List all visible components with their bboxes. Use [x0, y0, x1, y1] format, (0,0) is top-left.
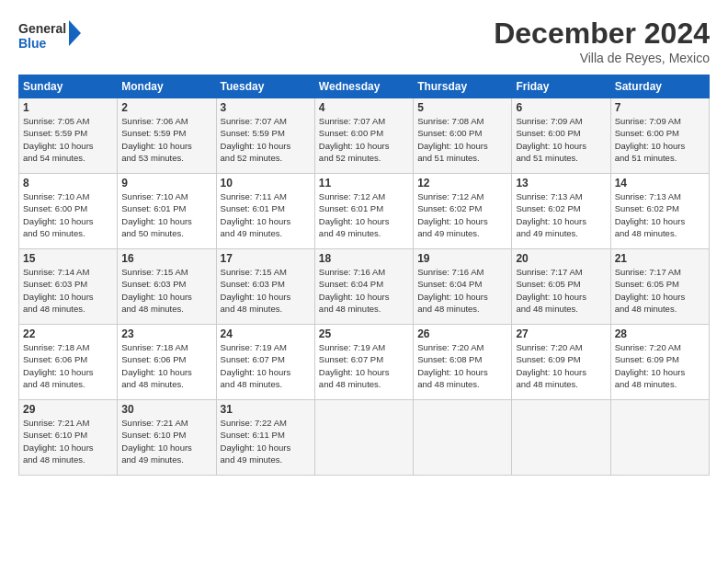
day-info-line: Daylight: 10 hours [319, 215, 409, 227]
general-blue-logo-icon: GeneralBlue [18, 17, 83, 52]
day-number: 8 [23, 177, 113, 190]
day-info-line: Sunset: 6:00 PM [23, 202, 113, 214]
calendar-week-row: 29Sunrise: 7:21 AMSunset: 6:10 PMDayligh… [19, 400, 710, 476]
day-info-line: Sunrise: 7:22 AM [221, 417, 311, 429]
day-info-line: Daylight: 10 hours [221, 366, 311, 378]
table-row: 30Sunrise: 7:21 AMSunset: 6:10 PMDayligh… [118, 400, 216, 476]
day-info: Sunrise: 7:09 AMSunset: 6:00 PMDaylight:… [516, 115, 606, 164]
day-number: 4 [319, 101, 409, 114]
day-info-line: Sunrise: 7:12 AM [319, 190, 409, 202]
day-info: Sunrise: 7:13 AMSunset: 6:02 PMDaylight:… [615, 190, 705, 239]
day-info-line: Sunset: 6:01 PM [319, 202, 409, 214]
day-info-line: Sunrise: 7:20 AM [417, 341, 507, 353]
day-info-line: and 48 minutes. [23, 303, 113, 315]
day-info-line: Sunrise: 7:11 AM [221, 190, 311, 202]
day-info-line: and 51 minutes. [615, 152, 705, 164]
day-info-line: Sunset: 5:59 PM [221, 127, 311, 139]
day-number: 23 [121, 327, 211, 340]
day-info-line: Sunset: 6:02 PM [516, 202, 606, 214]
header-sunday: Sunday [19, 75, 118, 98]
day-info: Sunrise: 7:15 AMSunset: 6:03 PMDaylight:… [121, 266, 211, 315]
day-info-line: Daylight: 10 hours [615, 140, 705, 152]
day-info-line: and 50 minutes. [121, 227, 211, 239]
table-row [610, 400, 709, 476]
day-info-line: and 49 minutes. [516, 227, 606, 239]
day-number: 13 [516, 177, 606, 190]
table-row: 24Sunrise: 7:19 AMSunset: 6:07 PMDayligh… [216, 325, 314, 400]
day-info: Sunrise: 7:20 AMSunset: 6:09 PMDaylight:… [516, 341, 606, 390]
day-info-line: and 51 minutes. [516, 152, 606, 164]
day-info-line: and 49 minutes. [121, 454, 211, 465]
day-info-line: Daylight: 10 hours [516, 291, 606, 303]
table-row: 1Sunrise: 7:05 AMSunset: 5:59 PMDaylight… [19, 98, 118, 174]
day-info: Sunrise: 7:18 AMSunset: 6:06 PMDaylight:… [121, 341, 211, 390]
day-info-line: and 49 minutes. [319, 227, 409, 239]
day-info-line: Sunrise: 7:20 AM [615, 341, 705, 353]
day-info-line: and 52 minutes. [319, 152, 409, 164]
table-row: 19Sunrise: 7:16 AMSunset: 6:04 PMDayligh… [414, 249, 512, 325]
day-info-line: Daylight: 10 hours [23, 291, 113, 303]
day-info-line: Sunset: 6:00 PM [516, 127, 606, 139]
day-info-line: Sunrise: 7:16 AM [417, 266, 507, 278]
day-number: 30 [121, 403, 211, 416]
day-info-line: Daylight: 10 hours [221, 215, 311, 227]
day-info-line: Sunset: 6:04 PM [417, 278, 507, 290]
day-info: Sunrise: 7:21 AMSunset: 6:10 PMDaylight:… [121, 417, 211, 465]
day-info-line: Sunset: 6:00 PM [615, 127, 705, 139]
day-info: Sunrise: 7:09 AMSunset: 6:00 PMDaylight:… [615, 115, 705, 164]
table-row: 27Sunrise: 7:20 AMSunset: 6:09 PMDayligh… [512, 325, 610, 400]
day-info-line: Sunset: 6:03 PM [221, 278, 311, 290]
header-monday: Monday [118, 75, 216, 98]
table-row: 20Sunrise: 7:17 AMSunset: 6:05 PMDayligh… [512, 249, 610, 325]
day-number: 31 [221, 403, 311, 416]
day-info: Sunrise: 7:22 AMSunset: 6:11 PMDaylight:… [221, 417, 311, 465]
table-row: 18Sunrise: 7:16 AMSunset: 6:04 PMDayligh… [314, 249, 413, 325]
day-info-line: Sunrise: 7:15 AM [121, 266, 211, 278]
day-info-line: Daylight: 10 hours [121, 140, 211, 152]
day-number: 24 [221, 327, 311, 340]
day-info-line: Daylight: 10 hours [121, 291, 211, 303]
day-info-line: Daylight: 10 hours [221, 442, 311, 454]
day-info-line: Sunset: 6:00 PM [319, 127, 409, 139]
day-info-line: Daylight: 10 hours [23, 442, 113, 454]
day-info-line: Sunrise: 7:10 AM [23, 190, 113, 202]
day-info-line: Sunset: 6:02 PM [417, 202, 507, 214]
day-info-line: Sunrise: 7:17 AM [516, 266, 606, 278]
day-info-line: Sunset: 6:07 PM [319, 353, 409, 365]
day-info: Sunrise: 7:14 AMSunset: 6:03 PMDaylight:… [23, 266, 113, 315]
day-info: Sunrise: 7:10 AMSunset: 6:00 PMDaylight:… [23, 190, 113, 239]
day-info-line: Sunrise: 7:20 AM [516, 341, 606, 353]
day-info-line: and 48 minutes. [23, 454, 113, 465]
table-row: 28Sunrise: 7:20 AMSunset: 6:09 PMDayligh… [610, 325, 709, 400]
day-info-line: Sunset: 6:05 PM [516, 278, 606, 290]
day-info-line: Daylight: 10 hours [23, 215, 113, 227]
day-info-line: Daylight: 10 hours [221, 140, 311, 152]
day-info: Sunrise: 7:18 AMSunset: 6:06 PMDaylight:… [23, 341, 113, 390]
day-info-line: Sunset: 6:09 PM [516, 353, 606, 365]
day-info: Sunrise: 7:20 AMSunset: 6:09 PMDaylight:… [615, 341, 705, 390]
day-info-line: Daylight: 10 hours [23, 366, 113, 378]
day-info-line: Daylight: 10 hours [417, 140, 507, 152]
day-info-line: Daylight: 10 hours [121, 215, 211, 227]
table-row: 5Sunrise: 7:08 AMSunset: 6:00 PMDaylight… [414, 98, 512, 174]
day-info-line: and 53 minutes. [121, 152, 211, 164]
day-info: Sunrise: 7:16 AMSunset: 6:04 PMDaylight:… [319, 266, 409, 315]
day-info-line: and 48 minutes. [319, 378, 409, 390]
table-row: 31Sunrise: 7:22 AMSunset: 6:11 PMDayligh… [216, 400, 314, 476]
day-info: Sunrise: 7:11 AMSunset: 6:01 PMDaylight:… [221, 190, 311, 239]
day-info-line: Daylight: 10 hours [615, 215, 705, 227]
day-info-line: and 54 minutes. [23, 152, 113, 164]
table-row: 23Sunrise: 7:18 AMSunset: 6:06 PMDayligh… [118, 325, 216, 400]
table-row: 16Sunrise: 7:15 AMSunset: 6:03 PMDayligh… [118, 249, 216, 325]
table-row: 22Sunrise: 7:18 AMSunset: 6:06 PMDayligh… [19, 325, 118, 400]
day-number: 22 [23, 327, 113, 340]
day-info-line: Sunset: 6:02 PM [615, 202, 705, 214]
day-info: Sunrise: 7:15 AMSunset: 6:03 PMDaylight:… [221, 266, 311, 315]
header-wednesday: Wednesday [314, 75, 413, 98]
day-info-line: and 48 minutes. [615, 303, 705, 315]
table-row: 12Sunrise: 7:12 AMSunset: 6:02 PMDayligh… [414, 174, 512, 249]
day-info-line: and 48 minutes. [121, 303, 211, 315]
day-info-line: Sunset: 5:59 PM [121, 127, 211, 139]
day-info-line: Daylight: 10 hours [516, 140, 606, 152]
day-info: Sunrise: 7:20 AMSunset: 6:08 PMDaylight:… [417, 341, 507, 390]
